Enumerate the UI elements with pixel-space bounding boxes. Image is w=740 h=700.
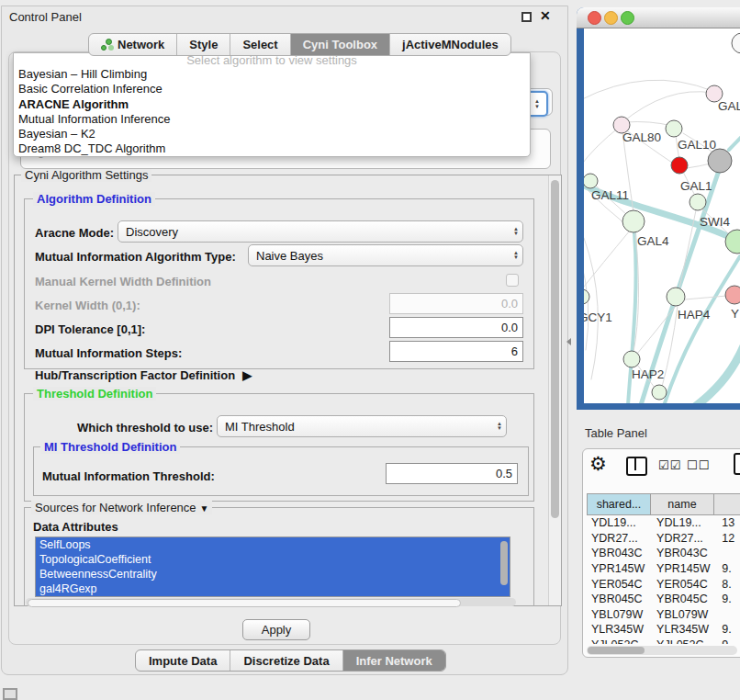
manual-kernel-checkbox[interactable] — [506, 274, 519, 287]
column-header-2[interactable] — [714, 493, 740, 515]
mi-threshold-field[interactable]: 0.5 — [386, 463, 518, 484]
algorithm-option[interactable]: Basic Correlation Inference — [14, 82, 530, 96]
network-edge — [729, 124, 740, 150]
zoom-traffic-light[interactable] — [621, 11, 634, 25]
data-attribute-item[interactable]: BetweennessCentrality — [36, 567, 510, 581]
table-row[interactable]: YBR043CYBR043C — [587, 546, 740, 561]
settings-scrollbar-thumb[interactable] — [551, 180, 559, 518]
table-cell: 12 — [717, 532, 740, 545]
threshold-legend: Threshold Definition — [33, 387, 156, 401]
deselect-all-checkboxes-icon[interactable]: ☐☐ — [687, 458, 710, 472]
network-node-y[interactable] — [725, 286, 740, 304]
network-node-hap4[interactable] — [667, 288, 685, 306]
float-window-icon[interactable] — [521, 12, 532, 22]
table-cell: YDR27... — [587, 532, 652, 545]
network-node-gal4[interactable] — [622, 210, 645, 232]
network-node-gal10[interactable] — [666, 120, 682, 137]
node-label: GAL — [718, 99, 740, 113]
network-window-titlebar[interactable] — [577, 7, 740, 28]
table-row[interactable]: YLR345WYLR345W9. — [587, 622, 740, 638]
table-hscrollbar-thumb[interactable] — [588, 647, 645, 654]
close-icon[interactable]: ✕ — [540, 8, 551, 23]
network-node[interactable] — [690, 194, 706, 210]
which-threshold-combobox[interactable]: MI Threshold ▲▼ — [217, 415, 507, 437]
algorithm-option[interactable]: Bayesian – K2 — [14, 127, 530, 141]
table-row[interactable]: YBL079WYBL079W — [587, 607, 740, 623]
hub-definition-toggle[interactable]: Hub/Transcription Factor Definition▶ — [35, 368, 252, 382]
network-edge — [685, 296, 727, 299]
table-cell: YER054C — [652, 578, 717, 591]
tab-cyni-toolbox[interactable]: Cyni Toolbox — [291, 34, 390, 55]
node-label: SWI4 — [700, 215, 730, 229]
network-edge — [584, 238, 598, 379]
apply-button[interactable]: Apply — [242, 619, 310, 640]
column-header-shared-[interactable]: shared... — [587, 493, 651, 515]
table-body: YDL19...YDL19...13YDR27...YDR27...12YBR0… — [587, 515, 740, 644]
network-node-gal11[interactable] — [584, 174, 598, 188]
network-canvas[interactable]: GALGAL80GAL10GAL1GAL11SWI4GAL4GCY1HAP4YH… — [584, 28, 740, 403]
table-cell: YJL052C — [652, 638, 717, 644]
network-node[interactable] — [652, 385, 667, 400]
table-cell: 9. — [717, 593, 740, 605]
split-columns-icon[interactable] — [626, 457, 647, 476]
tab-network[interactable]: Network — [89, 34, 177, 55]
select-all-checkboxes-icon[interactable]: ☑☑ — [658, 458, 681, 472]
algorithm-option[interactable]: Dream8 DC_TDC Algorithm — [14, 141, 530, 156]
table-hscrollbar[interactable] — [587, 646, 737, 655]
algorithm-option[interactable]: Bayesian – Hill Climbing — [14, 67, 530, 82]
down-arrow-icon: ▼ — [534, 104, 540, 109]
table-row[interactable]: YER054CYER054C8. — [587, 576, 740, 592]
combobox-stepper: ▲▼ — [497, 422, 502, 431]
mi-threshold-label: Mutual Information Threshold: — [42, 469, 215, 483]
column-header-name[interactable]: name — [651, 493, 714, 515]
bottom-tab-discretize-data[interactable]: Discretize Data — [230, 650, 342, 671]
settings-scrollbar[interactable] — [548, 175, 561, 605]
aracne-mode-combobox[interactable]: Discovery ▲▼ — [118, 220, 523, 243]
network-node-hap2[interactable] — [623, 351, 640, 367]
data-attribute-item[interactable]: gal4RGexp — [36, 581, 510, 596]
kernel-width-field[interactable]: 0.0 — [389, 293, 523, 314]
collapsed-panel-icon[interactable] — [3, 688, 17, 700]
splitter-collapse-arrow[interactable] — [566, 338, 571, 345]
close-traffic-light[interactable] — [588, 11, 601, 25]
kernel-width-label: Kernel Width (0,1): — [35, 299, 140, 312]
bottom-tab-impute-data[interactable]: Impute Data — [136, 650, 230, 671]
mi-steps-field[interactable]: 6 — [389, 341, 523, 362]
bottom-tab-infer-network[interactable]: Infer Network — [343, 650, 445, 671]
settings-legend: Cyni Algorithm Settings — [21, 168, 151, 182]
network-node-gal1[interactable] — [671, 157, 688, 174]
sources-legend[interactable]: Sources for Network Inference▼ — [31, 501, 212, 514]
table-cell: YDL19... — [587, 516, 652, 529]
minimize-traffic-light[interactable] — [604, 11, 618, 25]
table-row[interactable]: YJL052CYJL052C9 — [587, 638, 740, 644]
data-attribute-item[interactable]: SelfLoops — [36, 537, 510, 552]
tab-style[interactable]: Style — [177, 34, 230, 55]
tab-jactivemnodules[interactable]: jActiveMNodules — [390, 34, 510, 55]
export-table-icon[interactable] — [734, 453, 740, 475]
mi-type-value: Naive Bayes — [256, 249, 323, 263]
table-cell: YLR345W — [652, 623, 717, 636]
table-row[interactable]: YDL19...YDL19...13 — [587, 515, 740, 531]
table-cell: YPR145W — [652, 562, 717, 575]
network-node[interactable] — [732, 33, 740, 53]
gear-icon[interactable]: ⚙ — [589, 453, 607, 475]
algorithm-option[interactable]: ARACNE Algorithm — [14, 97, 530, 112]
node-label: GAL1 — [680, 179, 712, 193]
table-row[interactable]: YPR145WYPR145W9. — [587, 561, 740, 577]
table-row[interactable]: YBR045CYBR045C9. — [587, 592, 740, 607]
dpi-tolerance-field[interactable]: 0.0 — [389, 317, 523, 338]
data-attribute-item[interactable]: TopologicalCoefficient — [36, 552, 510, 567]
which-threshold-value: MI Threshold — [225, 420, 295, 434]
list-scrollbar-thumb[interactable] — [500, 541, 508, 585]
combobox-stepper: ▲▼ — [513, 227, 519, 236]
mi-type-combobox[interactable]: Naive Bayes ▲▼ — [248, 244, 523, 266]
table-row[interactable]: YDR27...YDR27...12 — [587, 531, 740, 547]
algorithm-option[interactable]: Mutual Information Inference — [14, 112, 530, 127]
network-canvas-svg[interactable]: GALGAL80GAL10GAL1GAL11SWI4GAL4GCY1HAP4YH… — [584, 28, 740, 403]
sources-hscrollbar-thumb[interactable] — [28, 599, 461, 607]
tab-select[interactable]: Select — [230, 34, 290, 55]
network-edge — [622, 92, 712, 123]
sources-hscrollbar[interactable] — [26, 598, 516, 606]
network-node-gcy1[interactable] — [584, 289, 589, 304]
network-node[interactable] — [708, 149, 732, 173]
